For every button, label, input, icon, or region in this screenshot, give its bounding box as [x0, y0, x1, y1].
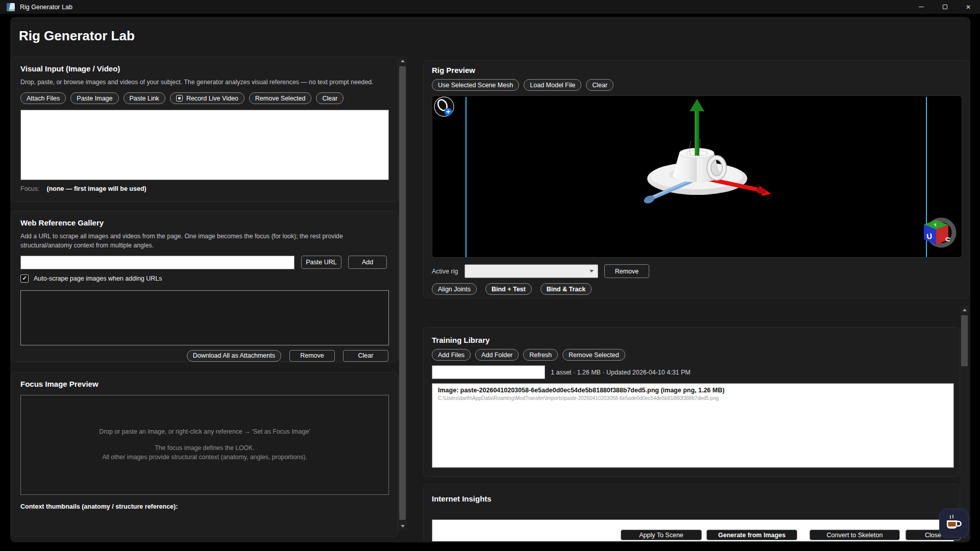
remove-selected-library-button[interactable]: Remove Selected: [562, 349, 625, 361]
align-joints-button[interactable]: Align Joints: [432, 283, 477, 295]
attach-files-button[interactable]: Attach Files: [20, 92, 66, 104]
close-window-button[interactable]: ✕: [957, 0, 980, 14]
right-scrollbar[interactable]: [960, 306, 969, 539]
web-gallery-description: Add a URL to scrape all images and video…: [20, 232, 389, 251]
focus-label: Focus:: [20, 185, 40, 192]
web-gallery-list[interactable]: [20, 290, 389, 345]
rig-viewport-scene: U U Y: [432, 96, 962, 258]
close-icon: ✕: [966, 4, 971, 10]
context-thumbnails-label: Context thumbnails (anatomy / structure …: [20, 503, 388, 510]
minimize-button[interactable]: [910, 0, 933, 14]
focus-hint-line1: Drop or paste an image, or right-click a…: [99, 428, 310, 437]
coffee-cup-icon: [944, 514, 964, 533]
chevron-down-icon: [590, 270, 594, 272]
load-model-file-button[interactable]: Load Model File: [524, 79, 581, 91]
paste-url-button[interactable]: Paste URL: [301, 256, 341, 269]
download-all-button[interactable]: Download All as Attachments: [187, 350, 281, 362]
focus-preview-title: Focus Image Preview: [20, 380, 388, 388]
visual-input-card: Visual Input (Image / Video) Drop, paste…: [11, 57, 398, 202]
maximize-button[interactable]: [933, 0, 957, 14]
list-item[interactable]: Image: paste-20260410203058-6e5ade0d0ec5…: [432, 384, 953, 404]
remove-gallery-button[interactable]: Remove: [289, 350, 335, 362]
add-url-button[interactable]: Add: [348, 256, 387, 269]
rig-viewport[interactable]: U U Y: [432, 95, 962, 258]
library-search-input[interactable]: [432, 365, 545, 379]
focus-preview-card: Focus Image Preview Drop or paste an ima…: [11, 372, 398, 537]
scroll-up-icon[interactable]: [398, 57, 407, 65]
auto-scrape-label: Auto-scrape page images when adding URLs: [34, 275, 162, 282]
scroll-down-icon[interactable]: [398, 522, 407, 531]
app-icon: [7, 3, 15, 11]
page-title: Rig Generator Lab: [19, 28, 135, 44]
clear-visual-input-button[interactable]: Clear: [316, 92, 344, 104]
remove-rig-button[interactable]: Remove: [604, 264, 649, 278]
clear-rig-button[interactable]: Clear: [586, 79, 614, 91]
left-scrollbar[interactable]: [398, 57, 407, 531]
visual-input-list[interactable]: [20, 110, 389, 180]
add-object-button[interactable]: [434, 97, 454, 116]
axis-y-green: [690, 99, 704, 156]
window-title: Rig Generator Lab: [20, 4, 72, 11]
visual-input-title: Visual Input (Image / Video): [20, 64, 388, 73]
apply-to-scene-button[interactable]: Apply To Scene: [621, 530, 702, 540]
active-rig-label: Active rig: [432, 268, 458, 275]
web-gallery-title: Web Reference Gallery: [20, 218, 388, 227]
maximize-icon: [943, 5, 947, 9]
convert-to-skeleton-button[interactable]: Convert to Skeleton: [810, 530, 900, 540]
left-scrollbar-thumb[interactable]: [399, 66, 406, 520]
generate-from-images-button[interactable]: Generate from Images: [706, 530, 797, 540]
focus-preview-dropzone[interactable]: Drop or paste an image, or right-click a…: [20, 395, 389, 495]
training-library-title: Training Library: [432, 336, 951, 344]
plus-badge-icon: [445, 108, 452, 116]
record-live-video-button[interactable]: Record Live Video: [170, 92, 244, 104]
asset-title: Image: paste-20260410203058-6e5ade0d0ec5…: [438, 387, 948, 394]
left-scroll-region: Visual Input (Image / Video) Drop, paste…: [11, 57, 398, 537]
record-icon: [176, 95, 183, 102]
focus-hint-line3: All other images provide structural cont…: [102, 453, 307, 462]
right-scrollbar-thumb[interactable]: [961, 315, 968, 366]
remove-selected-button[interactable]: Remove Selected: [249, 92, 312, 104]
refresh-button[interactable]: Refresh: [523, 349, 558, 361]
bind-test-button[interactable]: Bind + Test: [485, 283, 532, 295]
auto-scrape-checkbox[interactable]: ✓: [20, 274, 29, 283]
bind-track-button[interactable]: Bind & Track: [541, 283, 592, 295]
minimize-icon: [919, 7, 924, 7]
use-scene-mesh-button[interactable]: Use Selected Scene Mesh: [432, 79, 519, 91]
url-input[interactable]: [20, 256, 295, 269]
training-library-card: Training Library Add Files Add Folder Re…: [423, 327, 960, 477]
paste-link-button[interactable]: Paste Link: [124, 92, 165, 104]
main-panel: Rig Generator Lab Visual Input (Image / …: [10, 17, 970, 542]
svg-text:U: U: [926, 232, 933, 241]
check-icon: ✓: [22, 275, 27, 282]
asset-path: C:\Users\darth\AppData\Roaming\ModTransf…: [438, 395, 948, 401]
add-folder-button[interactable]: Add Folder: [475, 349, 519, 361]
internet-insights-title: Internet Insights: [432, 494, 951, 503]
active-rig-select[interactable]: [464, 264, 598, 278]
web-gallery-card: Web Reference Gallery Add a URL to scrap…: [11, 211, 398, 362]
add-files-button[interactable]: Add Files: [432, 349, 471, 361]
focus-value: (none — first image will be used): [47, 185, 146, 192]
right-scroll-region: Training Library Add Files Add Folder Re…: [423, 306, 960, 541]
focus-hint-line2: The focus image defines the LOOK.: [155, 444, 255, 453]
engine-cube-logo: U U Y: [924, 220, 954, 245]
visual-input-description: Drop, paste, or browse images and videos…: [20, 78, 388, 87]
library-asset-list[interactable]: Image: paste-20260410203058-6e5ade0d0ec5…: [432, 383, 954, 468]
clear-gallery-button[interactable]: Clear: [343, 350, 388, 362]
library-status: 1 asset · 1.26 MB · Updated 2026-04-10 4…: [551, 369, 691, 376]
rig-preview-card: Rig Preview Use Selected Scene Mesh Load…: [423, 60, 970, 298]
scroll-up-icon[interactable]: [960, 306, 969, 314]
paste-image-button[interactable]: Paste Image: [70, 92, 118, 104]
rig-preview-title: Rig Preview: [432, 66, 961, 74]
title-bar: Rig Generator Lab ✕: [0, 0, 980, 14]
coffee-floating-button[interactable]: [939, 509, 969, 538]
